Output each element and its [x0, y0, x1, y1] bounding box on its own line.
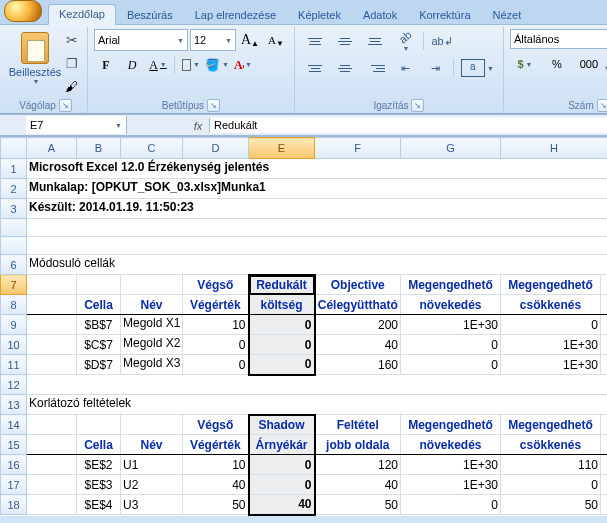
decrease-font-button[interactable]: A▼ — [264, 29, 288, 51]
cell-B17[interactable]: $E$3 — [77, 475, 121, 495]
bold-button[interactable]: F — [94, 54, 118, 76]
comma-format-button[interactable]: 000 — [574, 52, 604, 76]
col-C[interactable]: C — [121, 138, 183, 159]
increase-font-button[interactable]: A▲ — [238, 29, 262, 51]
col-B[interactable]: B — [77, 138, 121, 159]
cell-G8[interactable]: növekedés — [401, 295, 501, 315]
row-1[interactable]: 1 — [1, 159, 27, 179]
col-F[interactable]: F — [315, 138, 401, 159]
clipboard-dialog-launcher[interactable]: ↘ — [59, 99, 72, 112]
align-left-button[interactable] — [301, 56, 329, 80]
tab-home[interactable]: Kezdőlap — [48, 4, 116, 25]
cell-G18[interactable]: 0 — [401, 495, 501, 515]
paste-button[interactable]: Beillesztés ▼ — [10, 29, 60, 97]
tab-review[interactable]: Korrektúra — [408, 5, 481, 25]
cell-C11[interactable]: Megold X3 — [121, 355, 183, 375]
cell-F17[interactable]: 40 — [315, 475, 401, 495]
font-dialog-launcher[interactable]: ↘ — [207, 99, 220, 112]
cell-G16[interactable]: 1E+30 — [401, 455, 501, 475]
cell-E18[interactable]: 40 — [249, 495, 315, 515]
cell-G7[interactable]: Megengedhető — [401, 275, 501, 295]
tab-view[interactable]: Nézet — [482, 5, 533, 25]
row-8[interactable]: 8 — [1, 295, 27, 315]
cell-G11[interactable]: 0 — [401, 355, 501, 375]
alignment-dialog-launcher[interactable]: ↘ — [411, 99, 424, 112]
row-15[interactable]: 15 — [1, 435, 27, 455]
cell-C9[interactable]: Megold X1 — [121, 315, 183, 335]
cell-B15[interactable]: Cella — [77, 435, 121, 455]
align-center-button[interactable] — [331, 56, 359, 80]
select-all-corner[interactable] — [1, 138, 27, 159]
cell-B18[interactable]: $E$4 — [77, 495, 121, 515]
cell-A2[interactable]: Munkalap: [OPKUT_SOK_03.xlsx]Munka1 — [27, 179, 608, 199]
cell-A13[interactable]: Korlátozó feltételek — [27, 395, 608, 415]
cell-F15[interactable]: jobb oldala — [315, 435, 401, 455]
row-3[interactable]: 3 — [1, 199, 27, 219]
row-2[interactable]: 2 — [1, 179, 27, 199]
underline-button[interactable]: A▼ — [146, 54, 170, 76]
cell-E17[interactable]: 0 — [249, 475, 315, 495]
row-5[interactable] — [1, 237, 27, 255]
cell-G9[interactable]: 1E+30 — [401, 315, 501, 335]
tab-data[interactable]: Adatok — [352, 5, 408, 25]
worksheet[interactable]: A B C D E F G H 1 Microsoft Excel 12.0 É… — [0, 136, 607, 516]
cell-E7[interactable]: Redukált — [249, 275, 315, 295]
cell-G17[interactable]: 1E+30 — [401, 475, 501, 495]
tab-formulas[interactable]: Képletek — [287, 5, 352, 25]
fx-button[interactable]: fx — [187, 118, 210, 132]
row-18[interactable]: 18 — [1, 495, 27, 515]
col-D[interactable]: D — [183, 138, 249, 159]
cell-E16[interactable]: 0 — [249, 455, 315, 475]
cell-H8[interactable]: csökkenés — [501, 295, 601, 315]
cell-F16[interactable]: 120 — [315, 455, 401, 475]
cell-C18[interactable]: U3 — [121, 495, 183, 515]
cell-G14[interactable]: Megengedhető — [401, 415, 501, 435]
cut-button[interactable] — [62, 29, 81, 51]
font-name-combo[interactable]: Arial ▼ — [94, 29, 188, 51]
cell-E9[interactable]: 0 — [249, 315, 315, 335]
cell-D16[interactable]: 10 — [183, 455, 249, 475]
cell-G10[interactable]: 0 — [401, 335, 501, 355]
row-12[interactable]: 12 — [1, 375, 27, 395]
formula-input[interactable]: Redukált — [210, 117, 607, 133]
row-7[interactable]: 7 — [1, 275, 27, 295]
row-10[interactable]: 10 — [1, 335, 27, 355]
align-right-button[interactable] — [361, 56, 389, 80]
cell-F8[interactable]: Célegyüttható — [315, 295, 401, 315]
cell-E8[interactable]: költség — [249, 295, 315, 315]
cell-E10[interactable]: 0 — [249, 335, 315, 355]
font-size-combo[interactable]: 12 ▼ — [190, 29, 236, 51]
row-11[interactable]: 11 — [1, 355, 27, 375]
cell-H9[interactable]: 0 — [501, 315, 601, 335]
cell-H7[interactable]: Megengedhető — [501, 275, 601, 295]
wrap-text-button[interactable]: ab↲ — [428, 29, 456, 53]
cell-D14[interactable]: Végső — [183, 415, 249, 435]
align-middle-button[interactable] — [331, 29, 359, 53]
decrease-indent-button[interactable]: ⇤ — [391, 56, 419, 80]
cell-B11[interactable]: $D$7 — [77, 355, 121, 375]
cell-D9[interactable]: 10 — [183, 315, 249, 335]
row-17[interactable]: 17 — [1, 475, 27, 495]
tab-insert[interactable]: Beszúrás — [116, 5, 184, 25]
cell-B10[interactable]: $C$7 — [77, 335, 121, 355]
office-button[interactable] — [4, 0, 42, 22]
cell-D10[interactable]: 0 — [183, 335, 249, 355]
italic-button[interactable]: D — [120, 54, 144, 76]
row-14[interactable]: 14 — [1, 415, 27, 435]
cell-D17[interactable]: 40 — [183, 475, 249, 495]
format-painter-button[interactable] — [62, 75, 81, 97]
cell-C15[interactable]: Név — [121, 435, 183, 455]
cell-F9[interactable]: 200 — [315, 315, 401, 335]
col-E[interactable]: E — [249, 138, 315, 159]
col-A[interactable]: A — [27, 138, 77, 159]
cell-B8[interactable]: Cella — [77, 295, 121, 315]
cell-B16[interactable]: $E$2 — [77, 455, 121, 475]
number-dialog-launcher[interactable]: ↘ — [597, 99, 607, 112]
cell-C8[interactable]: Név — [121, 295, 183, 315]
row-9[interactable]: 9 — [1, 315, 27, 335]
cell-F7[interactable]: Objective — [315, 275, 401, 295]
cell-A3[interactable]: Készült: 2014.01.19. 11:50:23 — [27, 199, 608, 219]
cell-F18[interactable]: 50 — [315, 495, 401, 515]
cell-C17[interactable]: U2 — [121, 475, 183, 495]
cell-C16[interactable]: U1 — [121, 455, 183, 475]
